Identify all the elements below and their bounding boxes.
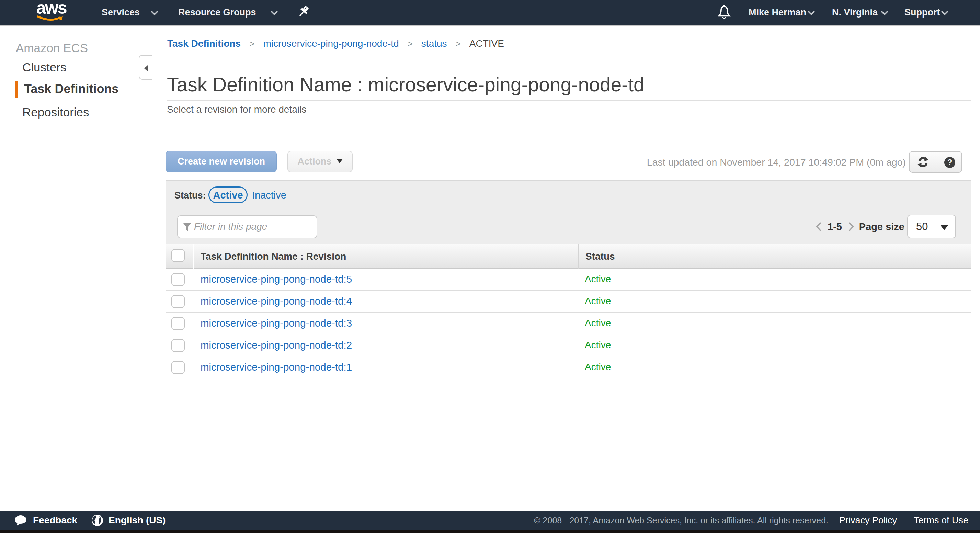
svg-text:aws: aws — [37, 1, 67, 18]
svg-text:?: ? — [947, 158, 953, 167]
